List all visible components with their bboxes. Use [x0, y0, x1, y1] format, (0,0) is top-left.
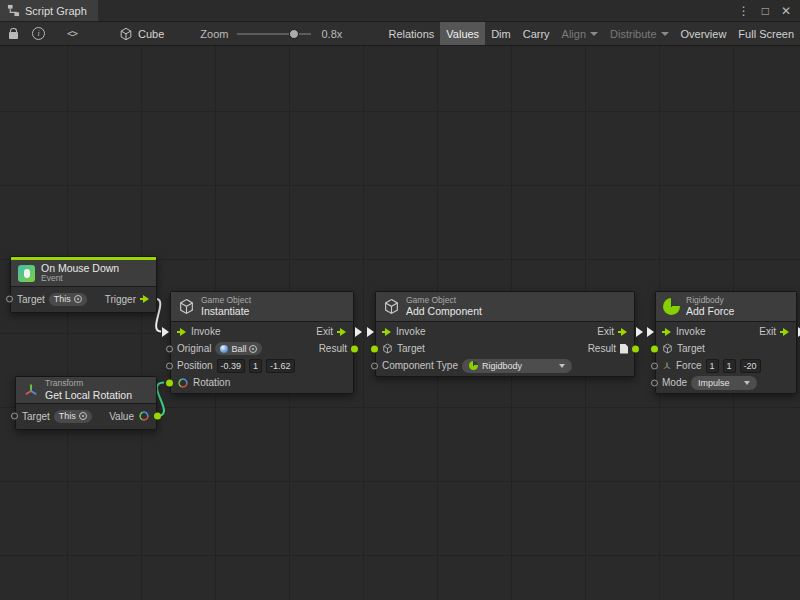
- flow-connector-in[interactable]: [367, 327, 374, 337]
- force-x-field[interactable]: 1: [706, 359, 719, 373]
- result-label: Result: [319, 343, 347, 354]
- maximize-icon[interactable]: □: [762, 5, 769, 17]
- port-row-component-type: Component Type Rigidbody: [376, 357, 634, 374]
- node-title: Instantiate: [201, 305, 251, 317]
- object-picker-icon[interactable]: [74, 295, 82, 303]
- node-on-mouse-down[interactable]: On Mouse Down Event Target This Trigger: [10, 256, 157, 313]
- original-input-port[interactable]: [166, 345, 173, 352]
- position-input-port[interactable]: [166, 362, 173, 369]
- port-row-force: Force 1 1 -20: [656, 357, 796, 374]
- force-z-field[interactable]: -20: [740, 359, 761, 373]
- node-category: Game Object: [406, 296, 482, 306]
- node-add-component[interactable]: Game Object Add Component Invoke Exit: [375, 291, 635, 377]
- node-title: Get Local Rotation: [45, 389, 132, 401]
- mode-input-port[interactable]: [651, 379, 658, 386]
- zoom-slider-knob[interactable]: [289, 29, 299, 39]
- position-x-field[interactable]: -0.39: [217, 359, 246, 373]
- result-output-port[interactable]: [632, 345, 639, 352]
- rotation-gizmo-icon: [138, 410, 150, 422]
- rotation-input-port[interactable]: [166, 379, 173, 386]
- window-menu-icon[interactable]: ⋮: [738, 5, 750, 17]
- script-graph-window: Script Graph ⋮ □ ✕ i <> Cube Zoom 0.8x R…: [0, 0, 800, 600]
- window-title: Script Graph: [25, 5, 87, 17]
- port-row-mode: Mode Impulse: [656, 374, 796, 391]
- node-category: Rigidbody: [686, 296, 734, 306]
- node-add-force[interactable]: Rigidbody Add Force Invoke Exit T: [655, 291, 797, 394]
- node-instantiate[interactable]: Game Object Instantiate Invoke Exit Orig…: [170, 291, 354, 394]
- target-input-port[interactable]: [11, 413, 18, 420]
- node-category: Game Object: [201, 296, 251, 306]
- gameobject-icon: [383, 298, 400, 315]
- exit-flow-out-icon[interactable]: [780, 327, 790, 336]
- force-y-field[interactable]: 1: [723, 359, 736, 373]
- exit-flow-out-icon[interactable]: [337, 327, 347, 336]
- graph-name-label: Cube: [138, 28, 164, 40]
- port-row-invoke-exit: Invoke Exit: [376, 323, 634, 340]
- original-value: Ball: [231, 344, 246, 354]
- fullscreen-button[interactable]: Full Screen: [732, 22, 800, 45]
- original-label: Original: [177, 343, 211, 354]
- align-dropdown[interactable]: Align: [556, 22, 604, 45]
- position-z-field[interactable]: -1.62: [266, 359, 295, 373]
- close-icon[interactable]: ✕: [781, 5, 791, 17]
- value-output-port[interactable]: [154, 413, 161, 420]
- component-doc-icon: [620, 344, 628, 354]
- flow-connector-in[interactable]: [647, 327, 654, 337]
- distribute-dropdown[interactable]: Distribute: [604, 22, 674, 45]
- node-get-local-rotation[interactable]: Transform Get Local Rotation Target This…: [15, 376, 157, 430]
- mode-dropdown[interactable]: Impulse: [691, 376, 757, 390]
- invoke-flow-in-icon[interactable]: [177, 327, 187, 336]
- original-object-chip[interactable]: Ball: [215, 342, 262, 355]
- graph-canvas[interactable]: On Mouse Down Event Target This Trigger: [0, 46, 800, 600]
- position-y-field[interactable]: 1: [249, 359, 262, 373]
- target-object-chip[interactable]: This: [49, 293, 87, 306]
- values-button[interactable]: Values: [440, 22, 485, 45]
- position-label: Position: [177, 360, 213, 371]
- exit-flow-out-icon[interactable]: [618, 327, 628, 336]
- rotation-gizmo-icon: [177, 377, 189, 389]
- rigidbody-icon: [469, 361, 478, 370]
- script-graph-tab[interactable]: Script Graph: [0, 0, 98, 21]
- relations-button[interactable]: Relations: [382, 22, 440, 45]
- info-icon[interactable]: i: [32, 27, 45, 40]
- flow-connector-out[interactable]: [636, 327, 643, 337]
- title-bar: Script Graph ⋮ □ ✕: [0, 0, 800, 22]
- target-input-port[interactable]: [651, 345, 658, 352]
- flow-connector-in[interactable]: [162, 327, 169, 337]
- mode-label: Mode: [662, 377, 687, 388]
- target-input-port[interactable]: [371, 345, 378, 352]
- port-row-invoke-exit: Invoke Exit: [171, 323, 353, 340]
- zoom-slider[interactable]: [237, 28, 311, 40]
- component-type-dropdown[interactable]: Rigidbody: [462, 359, 572, 373]
- flow-connector-out[interactable]: [355, 327, 362, 337]
- dim-button[interactable]: Dim: [485, 22, 517, 45]
- force-label: Force: [676, 360, 702, 371]
- target-input-port[interactable]: [6, 296, 13, 303]
- invoke-flow-in-icon[interactable]: [382, 327, 392, 336]
- node-header: Game Object Add Component: [376, 292, 634, 322]
- port-row-position: Position -0.39 1 -1.62: [171, 357, 353, 374]
- carry-button[interactable]: Carry: [517, 22, 556, 45]
- mode-value: Impulse: [698, 378, 730, 388]
- result-label: Result: [588, 343, 616, 354]
- zoom-slider-track[interactable]: [237, 33, 311, 35]
- port-row-target-value: Target This Value: [16, 405, 156, 427]
- code-view-icon[interactable]: <>: [67, 28, 77, 39]
- target-value: This: [54, 294, 71, 304]
- rigidbody-icon: [663, 298, 680, 315]
- trigger-flow-out-icon[interactable]: [140, 295, 150, 304]
- overview-button[interactable]: Overview: [675, 22, 733, 45]
- invoke-label: Invoke: [676, 326, 705, 337]
- component-type-input-port[interactable]: [371, 362, 378, 369]
- node-header: Rigidbody Add Force: [656, 292, 796, 322]
- script-graph-icon: [7, 4, 20, 17]
- object-picker-icon[interactable]: [79, 412, 87, 420]
- graph-cube-icon: [119, 27, 133, 41]
- target-object-chip[interactable]: This: [54, 410, 92, 423]
- invoke-flow-in-icon[interactable]: [662, 327, 672, 336]
- object-picker-icon[interactable]: [249, 345, 257, 353]
- lock-icon[interactable]: [9, 32, 18, 39]
- result-output-port[interactable]: [351, 345, 358, 352]
- force-input-port[interactable]: [651, 362, 658, 369]
- gameobject-mini-icon: [382, 343, 393, 354]
